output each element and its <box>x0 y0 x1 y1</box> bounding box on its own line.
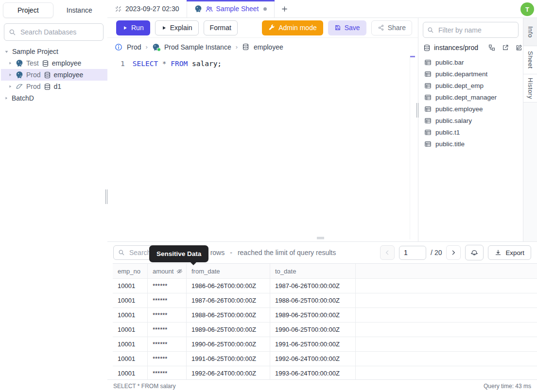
tab-sample-sheet[interactable]: Sample Sheet <box>187 0 275 17</box>
cell: 1986-06-26T00:00:00Z <box>187 279 270 293</box>
list-item-table[interactable]: public.salary <box>418 115 523 126</box>
cell: 1990-06-25T00:00:00Z <box>270 323 356 337</box>
search-icon <box>427 27 434 34</box>
format-button[interactable]: Format <box>204 20 238 35</box>
table-row[interactable]: 10001 ****** 1992-06-24T00:00:00Z 1993-0… <box>113 366 537 381</box>
tree-item-prod-d1[interactable]: Prod d1 <box>1 81 107 92</box>
export-button[interactable]: Export <box>488 245 531 260</box>
filter-input[interactable] <box>437 26 514 34</box>
wrench-icon <box>268 24 275 31</box>
cell-filler <box>356 323 537 337</box>
tree-item-prod-employee[interactable]: Prod employee <box>1 69 107 81</box>
page-input[interactable] <box>399 246 426 260</box>
edit-icon[interactable] <box>516 44 522 51</box>
explain-label: Explain <box>170 24 192 32</box>
table-row[interactable]: 10001 ****** 1986-06-26T00:00:00Z 1987-0… <box>113 279 537 293</box>
strip-tab-history[interactable]: History <box>523 74 537 102</box>
sql-text: SELECT * FROM salary; <box>133 60 222 68</box>
results-resize-handle[interactable] <box>317 237 324 239</box>
admin-mode-label: Admin mode <box>278 24 317 32</box>
new-tab-button[interactable] <box>275 0 295 17</box>
column-header[interactable]: emp_no <box>113 264 148 278</box>
table-icon <box>424 94 432 101</box>
prev-page-button[interactable] <box>380 245 395 260</box>
list-item-table[interactable]: public.title <box>418 138 523 150</box>
list-item-table[interactable]: public.department <box>418 68 523 80</box>
table-icon <box>424 105 432 113</box>
list-item-table[interactable]: public.employee <box>418 103 523 115</box>
table-row[interactable]: 10001 ****** 1989-06-25T00:00:00Z 1990-0… <box>113 323 537 337</box>
strip-tab-sheet[interactable]: Sheet <box>523 46 537 74</box>
list-item-table[interactable]: public.dept_manager <box>418 91 523 103</box>
tree-item-test-employee[interactable]: Test employee <box>1 57 107 69</box>
tab-timestamp-sheet[interactable]: 2023-09-27 02:30 <box>107 0 187 17</box>
table-row[interactable]: 10001 ****** 1987-06-26T00:00:00Z 1988-0… <box>113 293 537 308</box>
sql-editor[interactable]: 1 SELECT * FROM salary; <box>107 56 418 242</box>
caret-right-icon <box>8 84 13 89</box>
external-link-icon[interactable] <box>502 44 509 51</box>
database-icon <box>42 60 49 67</box>
play-icon <box>122 25 128 31</box>
save-button[interactable]: Save <box>328 20 366 35</box>
tree-item-sample-project[interactable]: Sample Project <box>1 46 107 57</box>
run-label: Run <box>131 24 144 32</box>
people-icon <box>206 5 213 13</box>
tab-instance[interactable]: Instance <box>54 2 105 18</box>
connection-label: instances/prod <box>434 44 478 51</box>
list-item-table[interactable]: public.t1 <box>418 126 523 138</box>
cell-masked: ****** <box>148 337 187 351</box>
sidebar-resize-handle[interactable] <box>105 189 107 204</box>
search-icon <box>9 29 16 36</box>
strip-tab-info[interactable]: Info <box>523 18 537 46</box>
share-button[interactable]: Share <box>371 20 412 35</box>
cell-masked: ****** <box>148 279 187 293</box>
explain-button[interactable]: Explain <box>155 20 199 35</box>
share-label: Share <box>388 24 406 32</box>
table-icon <box>424 59 432 66</box>
data-masking-button[interactable] <box>465 245 484 260</box>
column-header-filler <box>356 264 537 278</box>
project-label: BatchD <box>12 94 34 102</box>
database-label: employee <box>52 59 82 67</box>
admin-mode-button[interactable]: Admin mode <box>262 20 323 35</box>
run-button[interactable]: Run <box>116 20 150 35</box>
table-header-row: emp_no amount from_date to_date <box>113 264 537 279</box>
info-icon[interactable] <box>115 43 122 51</box>
mysql-icon <box>16 83 23 90</box>
tab-project[interactable]: Project <box>3 2 53 18</box>
column-header[interactable]: from_date <box>187 264 270 278</box>
list-item-table[interactable]: public.bar <box>418 56 523 68</box>
table-row[interactable]: 10001 ****** 1988-06-25T00:00:00Z 1989-0… <box>113 308 537 323</box>
status-dot-icon <box>157 48 161 51</box>
breadcrumb-database[interactable]: employee <box>254 43 283 51</box>
database-search-input[interactable] <box>19 28 99 36</box>
cell: 10001 <box>113 293 148 307</box>
table-row[interactable]: 10001 ****** 1991-06-25T00:00:00Z 1992-0… <box>113 352 537 366</box>
breadcrumb-instance[interactable]: Prod Sample Instance <box>164 43 231 51</box>
breadcrumb-env[interactable]: Prod <box>127 43 141 51</box>
dash: - <box>230 249 232 256</box>
breadcrumb: Prod › Prod Sample Instance › employee <box>107 38 418 56</box>
sql-editor-app: Project Instance Sample Project Test emp… <box>0 0 537 392</box>
cell: 1988-06-25T00:00:00Z <box>187 308 270 322</box>
plus-icon <box>281 5 288 13</box>
schema-diagram-icon[interactable] <box>488 44 495 51</box>
eye-off-icon[interactable] <box>176 268 183 274</box>
results-panel: 0 rows - reached the limit of query resu… <box>107 241 537 392</box>
next-page-button[interactable] <box>446 245 461 260</box>
cell: 1987-06-26T00:00:00Z <box>270 279 356 293</box>
avatar[interactable]: T <box>520 2 534 16</box>
table-icon <box>424 129 432 136</box>
schema-panel: instances/prod public.bar public.departm… <box>418 18 523 241</box>
page-total: / 20 <box>431 249 442 256</box>
table-row[interactable]: 10001 ****** 1990-06-25T00:00:00Z 1991-0… <box>113 337 537 352</box>
panel-resize-handle[interactable] <box>416 103 418 118</box>
tree-item-batchd[interactable]: BatchD <box>1 92 107 104</box>
result-table: emp_no amount from_date to_date 10001 **… <box>113 263 537 381</box>
database-icon <box>44 83 51 90</box>
column-header[interactable]: to_date <box>270 264 356 278</box>
cell-masked: ****** <box>148 352 187 366</box>
column-header[interactable]: amount <box>148 264 187 278</box>
list-item-table[interactable]: public.dept_emp <box>418 80 523 91</box>
cell: 1992-06-24T00:00:00Z <box>187 366 270 380</box>
